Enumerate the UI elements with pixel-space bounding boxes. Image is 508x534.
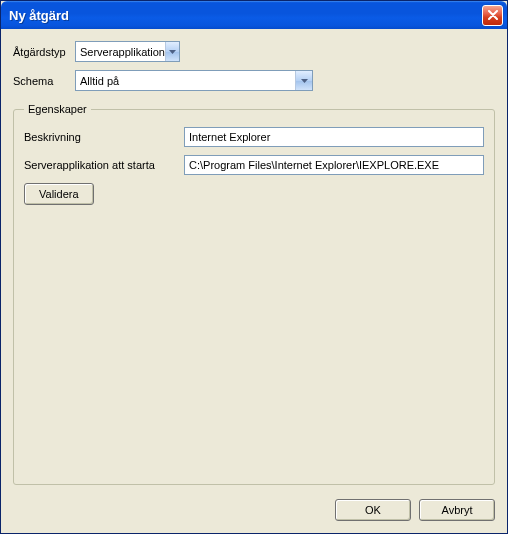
description-label: Beskrivning (24, 131, 184, 143)
action-type-select[interactable]: Serverapplikation (75, 41, 180, 62)
properties-group: Egenskaper Beskrivning Serverapplikation… (13, 103, 495, 485)
action-type-label: Åtgärdstyp (13, 46, 75, 58)
cancel-button[interactable]: Avbryt (419, 499, 495, 521)
dialog-window: Ny åtgärd Åtgärdstyp Serverapplikation S… (0, 0, 508, 534)
schema-label: Schema (13, 75, 75, 87)
action-type-value: Serverapplikation (80, 46, 165, 58)
action-type-row: Åtgärdstyp Serverapplikation (13, 41, 495, 62)
description-row: Beskrivning (24, 127, 484, 147)
chevron-down-icon (295, 71, 312, 90)
server-app-row: Serverapplikation att starta (24, 155, 484, 175)
chevron-down-icon (165, 42, 179, 61)
server-app-label: Serverapplikation att starta (24, 159, 184, 171)
validate-row: Validera (24, 183, 484, 205)
dialog-content: Åtgärdstyp Serverapplikation Schema Allt… (1, 29, 507, 491)
schema-value: Alltid på (80, 75, 295, 87)
properties-legend: Egenskaper (24, 103, 91, 115)
description-input[interactable] (184, 127, 484, 147)
validate-button[interactable]: Validera (24, 183, 94, 205)
window-title: Ny åtgärd (9, 8, 482, 23)
close-icon (488, 10, 498, 20)
close-button[interactable] (482, 5, 503, 26)
schema-row: Schema Alltid på (13, 70, 495, 91)
schema-select[interactable]: Alltid på (75, 70, 313, 91)
server-app-input[interactable] (184, 155, 484, 175)
titlebar: Ny åtgärd (1, 1, 507, 29)
ok-button[interactable]: OK (335, 499, 411, 521)
dialog-footer: OK Avbryt (1, 491, 507, 533)
